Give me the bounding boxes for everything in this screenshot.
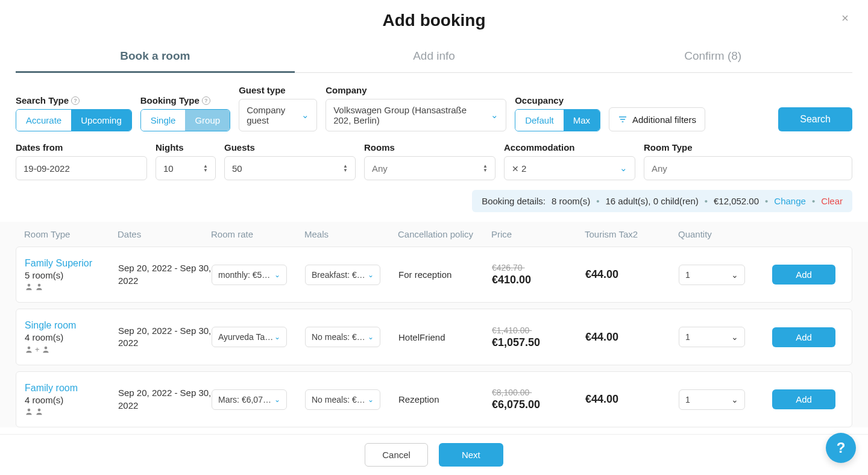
- room-rate-select[interactable]: monthly: €5…⌄: [212, 265, 287, 285]
- separator: •: [765, 196, 768, 206]
- rooms-input[interactable]: ▲▼: [364, 156, 495, 180]
- price-cell: €426.70 €410.00: [492, 263, 585, 286]
- summary-change-link[interactable]: Change: [774, 196, 806, 206]
- filter-row-2: Dates from Nights ▲▼ Guests ▲▼ Rooms ▲▼: [16, 142, 852, 180]
- stepper-icon[interactable]: ▲▼: [343, 164, 348, 172]
- room-name-link[interactable]: Family room: [25, 383, 118, 394]
- rooms-value[interactable]: [372, 163, 478, 174]
- search-type-field: Search Type ? Accurate Upcoming: [16, 95, 132, 131]
- dates-from-input[interactable]: [16, 156, 147, 180]
- modal-title: Add booking: [382, 11, 485, 30]
- occupancy-toggle: Default Max: [515, 109, 600, 131]
- nights-input[interactable]: ▲▼: [156, 156, 216, 180]
- summary-rooms: 8 room(s): [552, 196, 590, 206]
- nights-field: Nights ▲▼: [156, 142, 216, 180]
- col-policy: Cancellation poli­cy: [398, 229, 491, 239]
- dates-from-value[interactable]: [24, 163, 139, 174]
- quantity-select[interactable]: 1⌄: [679, 265, 745, 285]
- tax-cell: €44.00: [585, 393, 679, 406]
- tab-confirm[interactable]: Confirm (8): [573, 41, 852, 72]
- occupancy-default[interactable]: Default: [515, 110, 564, 131]
- room-name-link[interactable]: Single room: [25, 320, 118, 331]
- svg-point-4: [28, 409, 31, 412]
- chevron-down-icon: ⌄: [274, 395, 280, 404]
- booking-type-label: Booking Type ?: [140, 95, 230, 105]
- accommodation-select[interactable]: ✕2 ⌄: [504, 156, 635, 180]
- separator: •: [596, 196, 599, 206]
- col-qty: Quantity: [678, 229, 772, 239]
- tab-add-info[interactable]: Add info: [295, 41, 574, 72]
- price-cell: €8,100.00 €6,075.00: [492, 388, 585, 411]
- col-tax: Tourism Tax2: [585, 229, 678, 239]
- occupancy-field: Occupancy Default Max: [515, 95, 600, 131]
- guest-type-select[interactable]: Company guest ⌄: [239, 99, 317, 131]
- cancel-button[interactable]: Cancel: [365, 443, 428, 467]
- add-button[interactable]: Add: [772, 389, 835, 409]
- dates-cell: Sep 20, 2022 - Sep 30, 2022: [118, 262, 212, 287]
- guests-label: Guests: [224, 142, 356, 153]
- guest-type-label: Guest type: [239, 85, 317, 95]
- room-rate-select[interactable]: Ayurveda Ta…⌄: [212, 327, 287, 347]
- add-button[interactable]: Add: [772, 265, 835, 285]
- next-button[interactable]: Next: [439, 443, 503, 467]
- summary-guests: 16 adult(s), 0 child(ren): [605, 196, 698, 206]
- chevron-down-icon: ⌄: [368, 271, 374, 279]
- tab-book-room[interactable]: Book a room: [16, 41, 295, 73]
- rooms-label: Rooms: [364, 142, 495, 153]
- search-type-upcoming[interactable]: Upcoming: [71, 110, 131, 131]
- search-type-accurate[interactable]: Accurate: [16, 110, 71, 131]
- dates-from-label: Dates from: [16, 142, 147, 153]
- result-row: Family Superior 5 room(s) Sep 20, 2022 -…: [16, 247, 852, 303]
- meals-select[interactable]: No meals: €…⌄: [305, 389, 380, 410]
- booking-type-field: Booking Type ? Single Group: [140, 95, 230, 131]
- company-value: Volkswagen Group (Hansastraße 202, Berli…: [333, 105, 486, 125]
- nights-value[interactable]: [163, 163, 198, 174]
- company-select[interactable]: Volkswagen Group (Hansastraße 202, Berli…: [326, 99, 506, 131]
- result-row: Single room 4 room(s) + Sep 20, 2022 - S…: [16, 309, 852, 365]
- remove-tag-icon[interactable]: ✕: [512, 164, 521, 174]
- quantity-select[interactable]: 1⌄: [679, 389, 745, 410]
- policy-cell: HotelFriend: [398, 332, 492, 342]
- filter-icon: [618, 115, 627, 124]
- price-cell: €1,410.00 €1,057.50: [492, 326, 585, 349]
- quantity-select[interactable]: 1⌄: [679, 327, 745, 347]
- guest-type-value: Company guest: [247, 105, 297, 125]
- search-button[interactable]: Search: [778, 107, 852, 131]
- stepper-icon[interactable]: ▲▼: [483, 164, 488, 172]
- help-icon[interactable]: ?: [202, 96, 210, 105]
- stepper-icon[interactable]: ▲▼: [203, 164, 208, 172]
- additional-filters-button[interactable]: Additional filters: [609, 107, 705, 131]
- tax-cell: €44.00: [585, 331, 679, 344]
- close-button[interactable]: [840, 13, 852, 25]
- help-fab-button[interactable]: ?: [826, 433, 856, 463]
- col-meals: Meals: [304, 229, 398, 239]
- guests-value[interactable]: [232, 163, 338, 174]
- search-type-label: Search Type ?: [16, 95, 132, 105]
- result-row: Family room 4 room(s) Sep 20, 2022 - Sep…: [16, 371, 852, 427]
- room-rate-select[interactable]: Mars: €6,07…⌄: [212, 389, 287, 410]
- guests-input[interactable]: ▲▼: [224, 156, 356, 180]
- meals-select[interactable]: Breakfast: €…⌄: [305, 265, 380, 285]
- meals-select[interactable]: No meals: €…⌄: [305, 327, 380, 347]
- booking-type-single[interactable]: Single: [141, 110, 186, 131]
- room-count: 4 room(s): [25, 395, 118, 405]
- accommodation-value: 2: [521, 163, 526, 174]
- room-name-link[interactable]: Family Superior: [25, 258, 118, 269]
- search-type-label-text: Search Type: [16, 95, 69, 105]
- svg-point-1: [38, 284, 41, 287]
- room-type-value[interactable]: [652, 163, 844, 174]
- chevron-down-icon: ⌄: [731, 332, 738, 342]
- chevron-down-icon: ⌄: [301, 110, 309, 121]
- add-button[interactable]: Add: [772, 327, 835, 347]
- guests-field: Guests ▲▼: [224, 142, 356, 180]
- chevron-down-icon: ⌄: [368, 333, 374, 341]
- col-price: Price: [491, 229, 585, 239]
- filter-row-1: Search Type ? Accurate Upcoming Booking …: [16, 85, 852, 131]
- booking-type-group[interactable]: Group: [185, 110, 230, 131]
- occupancy-max[interactable]: Max: [564, 110, 600, 131]
- chevron-down-icon: ⌄: [731, 270, 738, 280]
- summary-clear-link[interactable]: Clear: [821, 196, 843, 206]
- help-icon[interactable]: ?: [71, 96, 80, 105]
- room-type-input[interactable]: [644, 156, 852, 180]
- wizard-tabs: Book a room Add info Confirm (8): [16, 41, 852, 73]
